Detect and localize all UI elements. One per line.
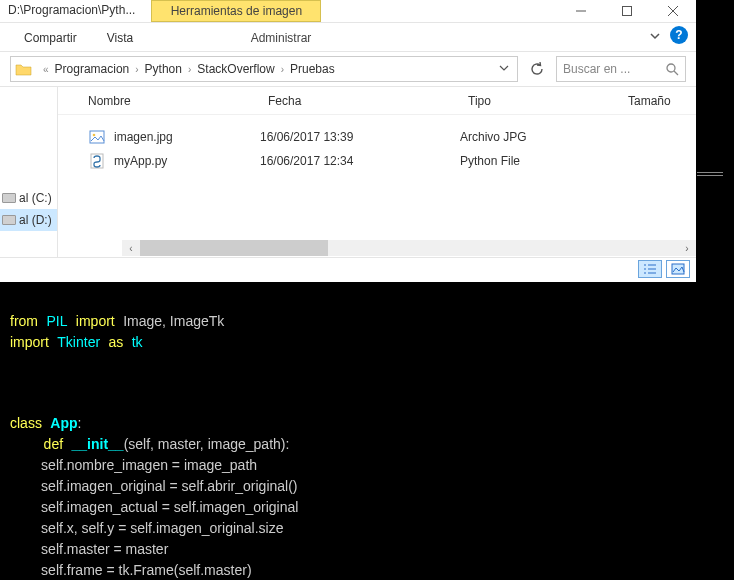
column-header-date[interactable]: Fecha: [268, 94, 468, 108]
drive-icon: [2, 193, 16, 203]
minimize-button[interactable]: [558, 0, 604, 22]
ribbon-toggle-button[interactable]: [648, 29, 662, 46]
file-list-pane: ˄ Nombre Fecha Tipo Tamaño imagen.jpg 16…: [58, 87, 696, 257]
sort-indicator-icon: ˄: [166, 87, 172, 89]
resize-handle-icon: [697, 172, 723, 178]
file-name-cell: myApp.py: [88, 152, 260, 170]
scroll-thumb[interactable]: [140, 240, 328, 256]
tree-drive-d[interactable]: al (D:): [0, 209, 57, 231]
file-rows: imagen.jpg 16/06/2017 13:39 Archivo JPG …: [58, 115, 696, 239]
crumb-programacion[interactable]: Programacion: [55, 62, 130, 76]
crumb-python[interactable]: Python: [145, 62, 182, 76]
column-header-type[interactable]: Tipo: [468, 94, 628, 108]
breadcrumb[interactable]: « Programacion › Python › StackOverflow …: [10, 56, 518, 82]
svg-rect-1: [623, 7, 632, 16]
column-header-size[interactable]: Tamaño: [628, 94, 696, 108]
maximize-button[interactable]: [604, 0, 650, 22]
chevron-right-icon: ›: [129, 64, 144, 75]
folder-icon: [15, 60, 33, 78]
tab-administrar[interactable]: Administrar: [196, 27, 366, 51]
chevron-right-icon: ›: [182, 64, 197, 75]
svg-line-5: [674, 71, 678, 75]
file-name-cell: imagen.jpg: [88, 128, 260, 146]
file-explorer-window: D:\Programacion\Pyth... Herramientas de …: [0, 0, 696, 282]
search-icon: [666, 63, 679, 76]
tab-compartir[interactable]: Compartir: [20, 27, 81, 51]
scroll-right-button[interactable]: ›: [678, 240, 696, 256]
file-date-cell: 16/06/2017 13:39: [260, 130, 460, 144]
search-placeholder: Buscar en ...: [563, 62, 630, 76]
refresh-button[interactable]: [524, 56, 550, 82]
chevron-right-icon: ›: [275, 64, 290, 75]
tree-pane: al (C:) al (D:): [0, 87, 58, 257]
horizontal-scrollbar[interactable]: ‹ ›: [58, 239, 696, 257]
scroll-track[interactable]: [140, 240, 678, 256]
column-header-name[interactable]: Nombre: [88, 94, 268, 108]
view-thumbnails-button[interactable]: [666, 260, 690, 278]
help-button[interactable]: ?: [670, 26, 688, 44]
code-editor[interactable]: from PIL import Image, ImageTk import Tk…: [0, 285, 734, 580]
drive-icon: [2, 215, 16, 225]
file-date-cell: 16/06/2017 12:34: [260, 154, 460, 168]
tree-drive-c[interactable]: al (C:): [0, 187, 57, 209]
navigation-bar: « Programacion › Python › StackOverflow …: [0, 51, 696, 87]
file-type-cell: Python File: [460, 154, 620, 168]
crumb-stackoverflow[interactable]: StackOverflow: [197, 62, 274, 76]
image-file-icon: [88, 128, 106, 146]
view-details-button[interactable]: [638, 260, 662, 278]
close-button[interactable]: [650, 0, 696, 22]
file-row[interactable]: myApp.py 16/06/2017 12:34 Python File: [88, 149, 696, 173]
svg-point-7: [93, 134, 96, 137]
breadcrumb-prefix: «: [37, 64, 55, 75]
file-row[interactable]: imagen.jpg 16/06/2017 13:39 Archivo JPG: [88, 125, 696, 149]
titlebar: D:\Programacion\Pyth... Herramientas de …: [0, 0, 696, 23]
view-mode-bar: [0, 257, 696, 279]
contextual-tab-image-tools[interactable]: Herramientas de imagen: [151, 0, 321, 22]
crumb-pruebas[interactable]: Pruebas: [290, 62, 335, 76]
svg-point-4: [667, 64, 675, 72]
python-file-icon: [88, 152, 106, 170]
breadcrumb-dropdown[interactable]: [489, 62, 513, 76]
window-path-title: D:\Programacion\Pyth...: [0, 0, 143, 22]
search-input[interactable]: Buscar en ...: [556, 56, 686, 82]
ribbon-tabs: Compartir Vista Administrar ?: [0, 23, 696, 51]
svg-rect-15: [672, 264, 684, 274]
scroll-left-button[interactable]: ‹: [122, 240, 140, 256]
file-type-cell: Archivo JPG: [460, 130, 620, 144]
tab-vista[interactable]: Vista: [103, 27, 137, 51]
column-headers: ˄ Nombre Fecha Tipo Tamaño: [58, 87, 696, 115]
content-area: al (C:) al (D:) ˄ Nombre Fecha Tipo Tama…: [0, 87, 696, 257]
